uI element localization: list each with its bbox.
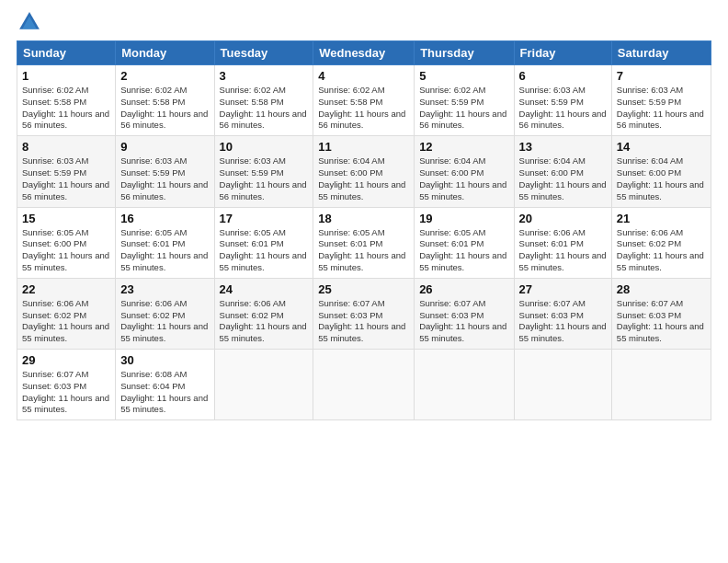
day-info: Sunrise: 6:06 AM Sunset: 6:02 PM Dayligh… (22, 298, 110, 345)
day-info: Sunrise: 6:05 AM Sunset: 6:01 PM Dayligh… (318, 227, 409, 274)
calendar-cell: 13 Sunrise: 6:04 AM Sunset: 6:00 PM Dayl… (514, 136, 611, 207)
day-info: Sunrise: 6:02 AM Sunset: 5:58 PM Dayligh… (120, 85, 209, 132)
calendar-cell: 10 Sunrise: 6:03 AM Sunset: 5:59 PM Dayl… (214, 136, 313, 207)
day-info: Sunrise: 6:04 AM Sunset: 6:00 PM Dayligh… (419, 155, 508, 202)
header-day-monday: Monday (116, 41, 214, 65)
calendar-body: 1 Sunrise: 6:02 AM Sunset: 5:58 PM Dayli… (17, 65, 711, 420)
day-info: Sunrise: 6:03 AM Sunset: 5:59 PM Dayligh… (519, 85, 607, 132)
calendar-cell: 25 Sunrise: 6:07 AM Sunset: 6:03 PM Dayl… (313, 278, 415, 349)
calendar-cell: 8 Sunrise: 6:03 AM Sunset: 5:59 PM Dayli… (17, 136, 116, 207)
calendar-cell: 27 Sunrise: 6:07 AM Sunset: 6:03 PM Dayl… (514, 278, 611, 349)
day-info: Sunrise: 6:04 AM Sunset: 6:00 PM Dayligh… (318, 155, 409, 202)
calendar-cell-empty (514, 350, 611, 420)
calendar-cell: 9 Sunrise: 6:03 AM Sunset: 5:59 PM Dayli… (116, 136, 214, 207)
day-info: Sunrise: 6:02 AM Sunset: 5:58 PM Dayligh… (220, 85, 309, 132)
header-day-friday: Friday (514, 41, 611, 65)
day-number: 18 (318, 212, 409, 225)
day-number: 28 (617, 282, 706, 296)
day-info: Sunrise: 6:06 AM Sunset: 6:02 PM Dayligh… (617, 227, 706, 274)
calendar-cell: 12 Sunrise: 6:04 AM Sunset: 6:00 PM Dayl… (415, 136, 514, 207)
day-number: 24 (220, 282, 309, 296)
calendar-cell-empty (415, 350, 514, 420)
day-number: 30 (120, 353, 209, 367)
calendar-cell-empty (214, 350, 313, 420)
day-number: 26 (419, 282, 508, 296)
calendar-cell: 3 Sunrise: 6:02 AM Sunset: 5:58 PM Dayli… (214, 65, 313, 136)
header-day-sunday: Sunday (17, 41, 116, 65)
day-info: Sunrise: 6:03 AM Sunset: 5:59 PM Dayligh… (617, 85, 706, 132)
day-number: 12 (419, 140, 508, 154)
calendar-cell: 4 Sunrise: 6:02 AM Sunset: 5:58 PM Dayli… (313, 65, 415, 136)
day-info: Sunrise: 6:07 AM Sunset: 6:03 PM Dayligh… (318, 298, 409, 345)
calendar-cell: 29 Sunrise: 6:07 AM Sunset: 6:03 PM Dayl… (17, 350, 116, 420)
day-info: Sunrise: 6:06 AM Sunset: 6:02 PM Dayligh… (220, 298, 309, 345)
day-info: Sunrise: 6:03 AM Sunset: 5:59 PM Dayligh… (220, 155, 309, 202)
day-number: 17 (220, 212, 309, 225)
day-info: Sunrise: 6:07 AM Sunset: 6:03 PM Dayligh… (419, 298, 508, 345)
calendar-cell: 28 Sunrise: 6:07 AM Sunset: 6:03 PM Dayl… (611, 278, 711, 349)
day-number: 23 (120, 282, 209, 296)
calendar-cell: 20 Sunrise: 6:06 AM Sunset: 6:01 PM Dayl… (514, 207, 611, 278)
header-row: SundayMondayTuesdayWednesdayThursdayFrid… (17, 41, 711, 65)
calendar-week-row: 22 Sunrise: 6:06 AM Sunset: 6:02 PM Dayl… (17, 278, 711, 349)
calendar-cell: 11 Sunrise: 6:04 AM Sunset: 6:00 PM Dayl… (313, 136, 415, 207)
day-number: 5 (419, 69, 508, 83)
calendar-week-row: 15 Sunrise: 6:05 AM Sunset: 6:00 PM Dayl… (17, 207, 711, 278)
calendar-header: SundayMondayTuesdayWednesdayThursdayFrid… (17, 41, 711, 65)
day-info: Sunrise: 6:06 AM Sunset: 6:02 PM Dayligh… (120, 298, 209, 345)
day-info: Sunrise: 6:05 AM Sunset: 6:01 PM Dayligh… (120, 227, 209, 274)
calendar-cell: 17 Sunrise: 6:05 AM Sunset: 6:01 PM Dayl… (214, 207, 313, 278)
calendar-table: SundayMondayTuesdayWednesdayThursdayFrid… (17, 40, 711, 420)
day-number: 19 (419, 212, 508, 225)
calendar-week-row: 8 Sunrise: 6:03 AM Sunset: 5:59 PM Dayli… (17, 136, 711, 207)
day-info: Sunrise: 6:07 AM Sunset: 6:03 PM Dayligh… (22, 369, 110, 416)
calendar-cell: 30 Sunrise: 6:08 AM Sunset: 6:04 PM Dayl… (116, 350, 214, 420)
calendar-cell: 16 Sunrise: 6:05 AM Sunset: 6:01 PM Dayl… (116, 207, 214, 278)
day-info: Sunrise: 6:02 AM Sunset: 5:59 PM Dayligh… (419, 85, 508, 132)
day-number: 1 (22, 69, 110, 83)
day-info: Sunrise: 6:08 AM Sunset: 6:04 PM Dayligh… (120, 369, 209, 416)
day-number: 3 (220, 69, 309, 83)
logo-icon (17, 9, 42, 35)
day-number: 27 (519, 282, 607, 296)
header-day-thursday: Thursday (415, 41, 514, 65)
day-number: 13 (519, 140, 607, 154)
day-number: 9 (120, 140, 209, 154)
day-number: 7 (617, 69, 706, 83)
calendar-cell-empty (313, 350, 415, 420)
day-info: Sunrise: 6:03 AM Sunset: 5:59 PM Dayligh… (22, 155, 110, 202)
day-info: Sunrise: 6:07 AM Sunset: 6:03 PM Dayligh… (519, 298, 607, 345)
calendar-cell: 14 Sunrise: 6:04 AM Sunset: 6:00 PM Dayl… (611, 136, 711, 207)
calendar-cell: 24 Sunrise: 6:06 AM Sunset: 6:02 PM Dayl… (214, 278, 313, 349)
calendar-cell: 1 Sunrise: 6:02 AM Sunset: 5:58 PM Dayli… (17, 65, 116, 136)
calendar-week-row: 1 Sunrise: 6:02 AM Sunset: 5:58 PM Dayli… (17, 65, 711, 136)
day-info: Sunrise: 6:05 AM Sunset: 6:01 PM Dayligh… (220, 227, 309, 274)
day-number: 22 (22, 282, 110, 296)
day-number: 29 (22, 353, 110, 367)
header-day-tuesday: Tuesday (214, 41, 313, 65)
day-number: 8 (22, 140, 110, 154)
header-day-saturday: Saturday (611, 41, 711, 65)
day-number: 14 (617, 140, 706, 154)
day-info: Sunrise: 6:03 AM Sunset: 5:59 PM Dayligh… (120, 155, 209, 202)
day-number: 16 (120, 212, 209, 225)
calendar-cell: 23 Sunrise: 6:06 AM Sunset: 6:02 PM Dayl… (116, 278, 214, 349)
day-info: Sunrise: 6:06 AM Sunset: 6:01 PM Dayligh… (519, 227, 607, 274)
calendar-cell: 26 Sunrise: 6:07 AM Sunset: 6:03 PM Dayl… (415, 278, 514, 349)
calendar-cell: 22 Sunrise: 6:06 AM Sunset: 6:02 PM Dayl… (17, 278, 116, 349)
calendar-cell: 5 Sunrise: 6:02 AM Sunset: 5:59 PM Dayli… (415, 65, 514, 136)
day-number: 10 (220, 140, 309, 154)
day-number: 21 (617, 212, 706, 225)
calendar-cell: 21 Sunrise: 6:06 AM Sunset: 6:02 PM Dayl… (611, 207, 711, 278)
day-number: 25 (318, 282, 409, 296)
calendar-cell: 2 Sunrise: 6:02 AM Sunset: 5:58 PM Dayli… (116, 65, 214, 136)
calendar-page: SundayMondayTuesdayWednesdayThursdayFrid… (0, 0, 728, 563)
day-number: 15 (22, 212, 110, 225)
page-header (17, 9, 711, 35)
day-number: 20 (519, 212, 607, 225)
calendar-cell-empty (611, 350, 711, 420)
day-number: 4 (318, 69, 409, 83)
day-info: Sunrise: 6:04 AM Sunset: 6:00 PM Dayligh… (519, 155, 607, 202)
calendar-cell: 15 Sunrise: 6:05 AM Sunset: 6:00 PM Dayl… (17, 207, 116, 278)
day-number: 2 (120, 69, 209, 83)
